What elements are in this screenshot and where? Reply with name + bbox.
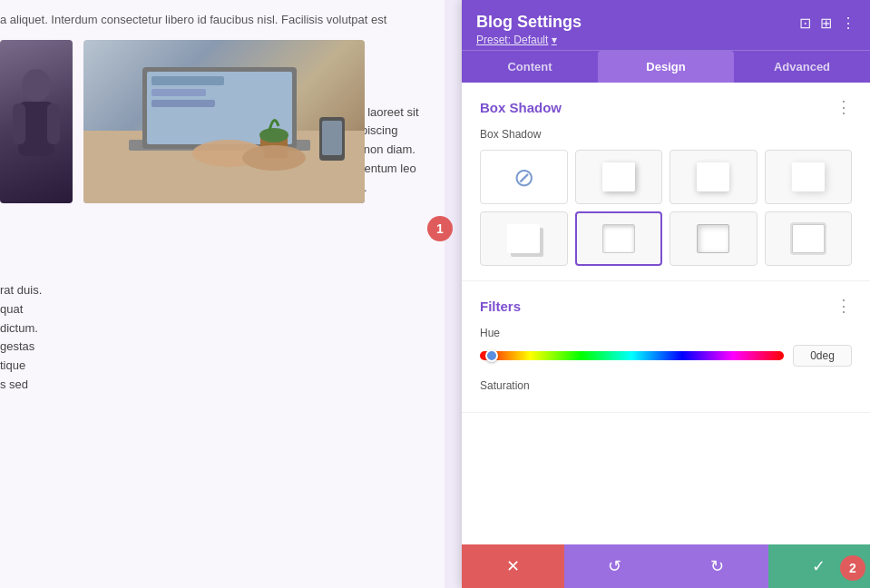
box-shadow-menu-icon[interactable]: ⋮	[836, 97, 852, 117]
blog-image-left	[0, 40, 73, 203]
shadow-option-5[interactable]	[575, 211, 663, 266]
panel-body[interactable]: Box Shadow ⋮ Box Shadow ⊘	[462, 83, 870, 544]
settings-panel: Blog Settings Preset: Default ▾ ⊡ ⊞ ⋮ Co…	[462, 0, 870, 588]
shadow-option-6[interactable]	[670, 211, 758, 266]
badge-1: 1	[427, 216, 453, 241]
grid-icon[interactable]: ⊞	[820, 15, 832, 32]
hue-slider-thumb	[485, 349, 498, 362]
shadow-option-3[interactable]	[765, 150, 853, 204]
saturation-label: Saturation	[480, 379, 852, 392]
hue-filter-row: Hue	[480, 327, 852, 367]
panel-preset-text: Preset: Default	[476, 34, 548, 46]
left-col-line4: gestas	[0, 338, 118, 357]
filters-section: Filters ⋮ Hue Saturation	[462, 281, 870, 413]
tab-advanced[interactable]: Advanced	[734, 51, 870, 83]
svg-rect-8	[152, 76, 224, 85]
filters-section-header: Filters ⋮	[480, 296, 852, 316]
panel-header-top: Blog Settings Preset: Default ▾ ⊡ ⊞ ⋮	[476, 13, 855, 46]
box-shadow-section: Box Shadow ⋮ Box Shadow ⊘	[462, 83, 870, 281]
svg-rect-12	[322, 121, 342, 155]
box-shadow-title: Box Shadow	[480, 100, 562, 115]
shadow-option-7[interactable]	[765, 211, 853, 266]
panel-tabs: Content Design Advanced	[462, 50, 870, 83]
shadow-preview-6	[697, 224, 729, 253]
more-icon[interactable]: ⋮	[841, 15, 855, 32]
tab-content[interactable]: Content	[462, 51, 598, 83]
redo-button[interactable]: ↻	[666, 544, 768, 588]
shadow-option-1[interactable]	[575, 150, 663, 204]
panel-bottom-bar: ✕ ↺ ↻ ✓	[462, 544, 870, 588]
hue-control	[480, 345, 852, 367]
shadow-preview-4	[507, 224, 540, 253]
box-shadow-label: Box Shadow	[480, 128, 852, 141]
svg-rect-2	[13, 103, 25, 144]
shadow-preview-3	[792, 162, 825, 191]
shadow-preview-7	[792, 224, 825, 253]
svg-point-0	[22, 69, 51, 102]
svg-rect-10	[152, 100, 215, 107]
undo-button[interactable]: ↺	[564, 544, 667, 588]
left-col-line2: quat	[0, 300, 118, 319]
left-col-line3: dictum.	[0, 319, 118, 338]
panel-header: Blog Settings Preset: Default ▾ ⊡ ⊞ ⋮	[462, 0, 870, 50]
hue-label: Hue	[480, 327, 852, 339]
left-col-line1: rat duis.	[0, 281, 118, 300]
shadow-options-grid: ⊘	[480, 150, 852, 266]
shadow-preview-5	[602, 224, 635, 253]
shadow-option-none[interactable]: ⊘	[480, 150, 568, 204]
cancel-button[interactable]: ✕	[462, 544, 564, 588]
shadow-option-4[interactable]	[480, 211, 568, 266]
hue-input[interactable]	[793, 345, 852, 367]
blog-content-area: a aliquet. Interdum consectetur libero i…	[0, 0, 445, 588]
svg-rect-3	[47, 103, 60, 144]
panel-title-group: Blog Settings Preset: Default ▾	[476, 13, 582, 46]
left-col-line5: tique	[0, 357, 118, 376]
blog-intro-text: a aliquet. Interdum consectetur libero i…	[0, 0, 445, 36]
svg-rect-9	[152, 89, 206, 96]
shadow-preview-1	[602, 162, 635, 191]
panel-title: Blog Settings	[476, 13, 582, 32]
left-col-line6: s sed	[0, 376, 118, 395]
shadow-option-2[interactable]	[670, 150, 758, 204]
box-shadow-section-header: Box Shadow ⋮	[480, 97, 852, 117]
svg-point-16	[242, 145, 306, 171]
shadow-preview-2	[697, 162, 729, 191]
tab-design[interactable]: Design	[598, 51, 734, 83]
panel-preset[interactable]: Preset: Default ▾	[476, 34, 582, 46]
left-col-text: rat duis. quat dictum. gestas tique s se…	[0, 281, 118, 395]
filters-menu-icon[interactable]: ⋮	[836, 296, 852, 316]
badge-2: 2	[840, 555, 865, 581]
panel-preset-arrow: ▾	[552, 34, 557, 46]
blog-image-right	[83, 40, 365, 203]
filters-title: Filters	[480, 299, 521, 314]
panel-header-icons: ⊡ ⊞ ⋮	[799, 15, 855, 32]
svg-point-14	[259, 128, 288, 142]
hue-slider[interactable]	[480, 351, 784, 360]
no-shadow-icon: ⊘	[513, 162, 534, 192]
fit-icon[interactable]: ⊡	[799, 15, 811, 32]
